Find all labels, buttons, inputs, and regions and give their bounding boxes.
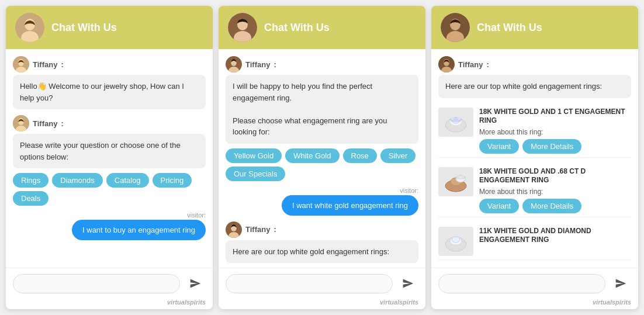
product-btns-2: Variant More Details <box>479 199 631 213</box>
visitor-row: visitor: I want to buy an engagement rin… <box>13 212 206 240</box>
chat-input-2[interactable] <box>226 274 393 293</box>
product-info-3: 11K WHITE GOLD AND DIAMOND ENGAGEMENT RI… <box>479 227 631 245</box>
agent-avatar-header-3 <box>441 13 470 42</box>
agent-avatar-header-2 <box>228 13 257 42</box>
agent-avatar-small <box>13 115 29 131</box>
option-rings[interactable]: Rings <box>13 173 49 188</box>
branding-text-1: virtual <box>167 299 186 306</box>
agent-name-label: Tiffany <box>245 60 270 69</box>
product-image-3 <box>438 227 473 256</box>
send-button-3[interactable] <box>610 273 631 294</box>
chat-title-3: Chat With Us <box>477 22 542 34</box>
agent-msg-block: Tiffany: Please write your question or c… <box>13 115 206 206</box>
options-row: Yellow Gold White Gold Rose Silver Our S… <box>226 148 418 181</box>
variant-btn-1[interactable]: Variant <box>479 139 519 154</box>
agent-name-row: Tiffany: <box>438 56 631 72</box>
agent-avatar-small <box>13 56 29 72</box>
chat-widget-3: Chat With Us Tiffany: Here are our top w… <box>431 6 638 309</box>
branding-text-3: virtual <box>593 299 612 306</box>
agent-bubble: I will be happy to help you find the per… <box>226 75 418 144</box>
chat-widget-2: Chat With Us Tiffany: I will be happy to… <box>219 6 425 309</box>
more-details-btn-2[interactable]: More Details <box>522 199 581 213</box>
visitor-bubble: I want to buy an engagement ring <box>72 220 206 240</box>
product-sub-2: More about this ring: <box>479 188 631 196</box>
chat-input-1[interactable] <box>13 274 180 293</box>
option-silver[interactable]: Silver <box>380 148 416 163</box>
branding-bold-3: spirits <box>612 299 631 306</box>
send-button-1[interactable] <box>185 273 206 294</box>
product-name-1: 18K WHITE GOLD AND 1 CT ENGAGEMENT RING <box>479 108 631 126</box>
chat-header-3: Chat With Us <box>431 6 638 49</box>
svg-point-4 <box>18 59 24 66</box>
product-image-2 <box>438 167 473 196</box>
agent-msg-block: Tiffany: I will be happy to help you fin… <box>226 56 418 181</box>
agent-name-row: Tiffany: <box>13 115 206 131</box>
chat-title-2: Chat With Us <box>264 22 330 34</box>
agent-msg-block: Tiffany: Here are our top white gold eng… <box>226 221 418 264</box>
branding-3: virtualspirits <box>431 299 638 309</box>
option-yellow-gold[interactable]: Yellow Gold <box>226 148 282 163</box>
option-pricing[interactable]: Pricing <box>153 173 192 188</box>
visitor-row: visitor: I want white gold engagement ri… <box>226 187 418 216</box>
product-item-1: 18K WHITE GOLD AND 1 CT ENGAGEMENT RING … <box>438 104 631 158</box>
option-deals[interactable]: Deals <box>13 191 49 206</box>
svg-point-7 <box>18 118 24 125</box>
product-info-1: 18K WHITE GOLD AND 1 CT ENGAGEMENT RING … <box>479 108 631 154</box>
agent-msg-block: Tiffany: Here are our top white gold eng… <box>438 56 631 98</box>
product-sub-1: More about this ring: <box>479 128 631 136</box>
product-name-2: 18K WHITE GOLD AND .68 CT D ENGAGEMENT R… <box>479 167 631 185</box>
option-white-gold[interactable]: White Gold <box>285 148 339 163</box>
chat-footer-1 <box>6 268 213 299</box>
options-row: Rings Diamonds Catalog Pricing Deals <box>13 173 206 206</box>
chat-body-1: Tiffany: Hello👋 Welcome to our jewelry s… <box>6 49 213 268</box>
product-info-2: 18K WHITE GOLD AND .68 CT D ENGAGEMENT R… <box>479 167 631 213</box>
chat-body-3: Tiffany: Here are our top white gold eng… <box>431 49 638 268</box>
agent-bubble: Here are our top white gold engagement r… <box>226 240 418 264</box>
branding-text-2: virtual <box>380 299 399 306</box>
agent-name-label: Tiffany <box>33 60 57 69</box>
option-catalog[interactable]: Catalog <box>106 173 149 188</box>
agent-msg-block: Tiffany: Hello👋 Welcome to our jewelry s… <box>13 56 206 109</box>
product-image-1 <box>438 108 473 137</box>
chat-input-3[interactable] <box>438 274 605 293</box>
agent-avatar-small <box>226 56 242 72</box>
visitor-label: visitor: <box>400 187 418 194</box>
agent-avatar-small <box>226 221 242 238</box>
option-our-specials[interactable]: Our Specials <box>226 167 285 181</box>
option-diamonds[interactable]: Diamonds <box>52 173 103 188</box>
product-item-3: 11K WHITE GOLD AND DIAMOND ENGAGEMENT RI… <box>438 223 631 260</box>
agent-name-row: Tiffany: <box>226 56 418 72</box>
visitor-bubble: I want white gold engagement ring <box>282 195 418 216</box>
agent-bubble: Please write your question or choose one… <box>13 134 206 168</box>
product-item-2: 18K WHITE GOLD AND .68 CT D ENGAGEMENT R… <box>438 164 631 217</box>
chat-header-2: Chat With Us <box>219 6 425 49</box>
more-details-btn-1[interactable]: More Details <box>522 139 581 154</box>
product-btns-1: Variant More Details <box>479 139 631 154</box>
agent-name-row: Tiffany: <box>13 56 206 72</box>
product-name-3: 11K WHITE GOLD AND DIAMOND ENGAGEMENT RI… <box>479 227 631 245</box>
option-rose[interactable]: Rose <box>343 148 377 163</box>
chat-widget-1: Chat With Us Tiffany: Hello👋 Welcome to … <box>6 6 213 309</box>
variant-btn-2[interactable]: Variant <box>479 199 519 213</box>
agent-name-label: Tiffany <box>458 60 483 69</box>
branding-bold-2: spirits <box>399 299 418 306</box>
agent-avatar-header-1 <box>15 13 44 42</box>
agent-bubble: Hello👋 Welcome to our jewelry shop, How … <box>13 75 206 109</box>
chat-header-1: Chat With Us <box>6 6 213 49</box>
visitor-label: visitor: <box>187 212 206 219</box>
chat-title-1: Chat With Us <box>51 22 117 34</box>
chat-footer-2 <box>219 268 425 299</box>
branding-bold-1: spirits <box>186 299 206 306</box>
agent-name-label: Tiffany <box>245 225 270 234</box>
send-button-2[interactable] <box>397 273 418 294</box>
chat-footer-3 <box>431 268 638 299</box>
branding-2: virtualspirits <box>219 299 425 309</box>
agent-name-row: Tiffany: <box>226 221 418 238</box>
branding-1: virtualspirits <box>6 299 213 309</box>
svg-point-32 <box>452 237 460 243</box>
agent-avatar-small <box>438 56 455 72</box>
chat-body-2: Tiffany: I will be happy to help you fin… <box>219 49 425 268</box>
agent-bubble: Here are our top white gold engagement r… <box>438 75 631 98</box>
agent-name-label: Tiffany <box>33 119 57 128</box>
